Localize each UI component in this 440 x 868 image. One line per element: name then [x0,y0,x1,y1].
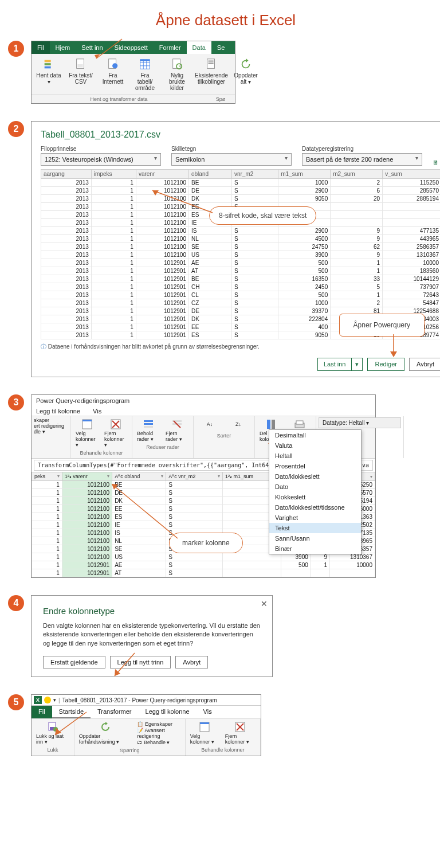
behold-rader-button[interactable]: Behold rader ▾ [135,417,162,443]
cancel-button-2[interactable]: Avbryt [175,656,208,668]
datatype-dato[interactable]: Dato [269,482,361,492]
cancel-button[interactable]: Avbryt [409,358,440,371]
tab-settinn[interactable]: Sett inn [76,41,108,54]
load-button[interactable]: Last inn▾ [317,358,363,371]
datatype-desimaltall[interactable]: Desimaltall [269,430,361,440]
close-load-icon [47,721,58,733]
step-4: 4 ✕ Endre kolonnetype Den valgte kolonne… [6,595,440,677]
egenskaper-button[interactable]: 📋 Egenskaper [137,721,180,727]
datatype-varighet[interactable]: Varighet [269,513,361,523]
tab-sideoppsett[interactable]: Sideoppsett [109,41,154,54]
oppdater-preview-button[interactable]: Oppdater forhåndsvisning ▾ [77,720,134,746]
fjern-kol-button-2[interactable]: Fjern kolonner ▾ [223,720,258,746]
velg-kol-button-2[interactable]: Velg kolonner ▾ [188,720,222,746]
datatype-dropdown[interactable]: Datatype: Heltall ▾ [319,417,401,428]
table-row: 201311012901CHS24505737907 [41,283,441,291]
lukk-last-inn-button[interactable]: Lukk og last inn ▾ [34,720,72,746]
table-row: 201311012901CLS500172643 [41,291,441,299]
tab-legg-til[interactable]: Legg til kolonne [139,706,197,718]
step-badge-5: 5 [8,694,24,710]
datatype-sann/usann[interactable]: Sann/Usann [269,533,361,544]
pq-col[interactable]: Aᴮc obland [112,472,166,481]
tab-fil[interactable]: Fil [32,41,50,54]
svg-rect-9 [140,60,150,61]
datatype-dato/klokkeslett[interactable]: Dato/klokkeslett [269,471,361,482]
svg-rect-35 [296,421,303,424]
datatype-prosentdel[interactable]: Prosentdel [269,461,361,471]
grp-behandle-kol-2: Behandle kolonner [201,746,244,754]
svg-rect-32 [267,420,270,429]
tab-se[interactable]: Se [211,41,230,54]
info-truncated: Dataene i forhåndsvisningen har blitt av… [41,343,440,351]
step-1: 1 Fil Hjem Sett inn Sideoppsett Formler … [6,41,440,104]
pq-col[interactable]: Aᴮc vnr_m2 [166,472,223,481]
datatype-dato/klokkeslett/tidssone[interactable]: Dato/klokkeslett/tidssone [269,502,361,513]
refresh-icon-2 [100,721,111,733]
fra-tekst-csv-button[interactable]: Fra tekst/ CSV [65,56,97,92]
fjern-kolonner-button[interactable]: Fjern kolonner ▾ [102,417,129,449]
pq-col[interactable]: peks [32,472,62,481]
tab-fil-2[interactable]: Fil [32,706,52,718]
velg-kolonner-button[interactable]: Velg kolonner ▾ [73,417,101,449]
datatype-heltall[interactable]: Heltall [269,451,361,461]
sort-desc-button[interactable]: Z↓ [225,417,252,432]
group-icon [294,419,305,430]
keep-rows-icon [143,419,154,430]
nylig-brukte-button[interactable]: Nylig brukte kilder [161,56,193,92]
tab-hjem[interactable]: Hjem [50,41,76,54]
detect-label: Datatyperegistrering [302,146,422,152]
select-cols-icon [81,419,93,430]
datatype-klokkeslett[interactable]: Klokkeslett [269,492,361,502]
add-step-button[interactable]: Legg til nytt trinn [110,656,171,668]
datatype-tekst[interactable]: Tekst [269,523,361,533]
datatype-binær[interactable]: Binær [269,544,361,554]
close-icon[interactable]: ✕ [261,599,268,608]
origin-label: Filopprinnelse [41,146,161,152]
step-5: 5 X ▾ | Tabell_08801_2013-2017 - Power Q… [6,694,440,756]
side-dle[interactable]: dle ▾ [34,429,45,435]
table-row: 201311012100BES10002115250 [41,179,441,187]
datatype-valuta[interactable]: Valuta [269,440,361,451]
tab-startside[interactable]: Startside [52,706,91,718]
svg-rect-22 [82,420,92,421]
svg-rect-33 [272,420,275,429]
oppdater-alt-button[interactable]: Oppdater alt ▾ [230,56,262,92]
pq-col[interactable]: 1²₃ varenr [62,472,112,481]
sort-asc-button[interactable]: A↓ [196,417,223,432]
hent-data-button[interactable]: Hent data ▾ [33,56,65,92]
table-row: 201311012100SES24750622586357 [41,243,441,251]
col-m2_sum: m2_sum [331,170,383,179]
connections-icon [205,57,218,71]
eksisterende-button[interactable]: Eksisterende tilkoblinger [195,56,227,92]
tab-transformer[interactable]: Transformer [91,706,139,718]
detect-dropdown[interactable]: Basert på de første 200 radene [302,153,422,166]
avansert-button[interactable]: 📝 Avansert redigering [137,728,180,739]
fra-internett-button[interactable]: Fra Internett [97,56,129,92]
tab-data[interactable]: Data [187,41,211,54]
edit-button[interactable]: Rediger [367,358,404,371]
tab-vis[interactable]: Vis [197,706,219,718]
qat-dropdown-icon[interactable]: ▾ [53,697,56,703]
origin-dropdown[interactable]: 1252: Vesteuropeisk (Windows) [41,153,161,166]
delim-dropdown[interactable]: Semikolon [171,153,292,166]
menu-legg-til[interactable]: Legg til kolonne [36,408,80,415]
svg-point-44 [53,727,58,732]
fjern-rader-button[interactable]: Fjern rader ▾ [163,417,191,443]
behandle-button[interactable]: 🗂 Behandle ▾ [137,740,180,745]
svg-rect-46 [200,722,209,724]
step-badge-1: 1 [8,41,24,57]
side-skaper: skaper [34,417,49,423]
col-v_sum: v_sum [383,170,440,179]
grp-sorter: Sorter [217,432,231,440]
col-vnr_m2: vnr_m2 [231,170,278,179]
fra-tabell-button[interactable]: Fra tabell/ område [129,56,161,92]
table-row: 201311012901BES163503310144129 [41,275,441,283]
tab-formler[interactable]: Formler [154,41,187,54]
settings-icon[interactable]: 🗎 [433,159,439,166]
replace-button[interactable]: Erstatt gjeldende [43,656,105,668]
smile-icon [44,697,51,703]
import-filename: Tabell_08801_2013-2017.csv [41,130,440,140]
step-2: 2 □ Tabell_08801_2013-2017.csv Filopprin… [6,121,440,377]
menu-vis[interactable]: Vis [93,408,101,415]
excel-icon: X [34,696,42,704]
